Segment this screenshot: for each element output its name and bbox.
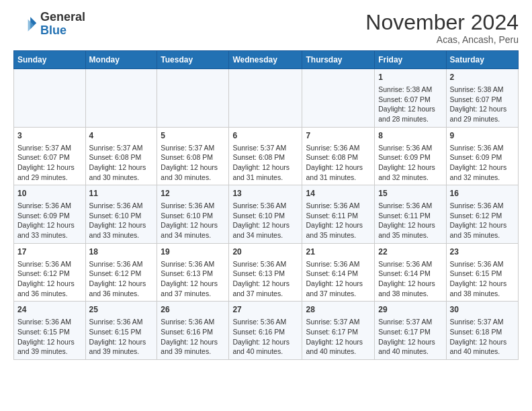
day-info-line: Sunrise: 5:37 AM (306, 317, 371, 327)
day-cell: 20Sunrise: 5:36 AMSunset: 6:13 PMDayligh… (229, 243, 302, 302)
day-info-line: Daylight: 12 hours and 28 minutes. (378, 104, 442, 124)
day-cell: 21Sunrise: 5:36 AMSunset: 6:14 PMDayligh… (302, 243, 375, 302)
day-cell (229, 69, 302, 128)
day-info-line: Daylight: 12 hours and 35 minutes. (378, 220, 442, 240)
day-number: 25 (89, 304, 154, 316)
day-info-line: Sunrise: 5:36 AM (232, 259, 298, 269)
day-info-line: Daylight: 12 hours and 40 minutes. (378, 337, 442, 357)
day-cell: 18Sunrise: 5:36 AMSunset: 6:12 PMDayligh… (85, 243, 157, 302)
day-cell: 16Sunrise: 5:36 AMSunset: 6:12 PMDayligh… (446, 185, 519, 244)
day-info-line: Sunset: 6:13 PM (232, 269, 298, 279)
day-info-line: Sunrise: 5:38 AM (378, 85, 442, 95)
month-title: November 2024 (365, 11, 519, 34)
day-info-line: Daylight: 12 hours and 37 minutes. (161, 279, 225, 298)
day-number: 26 (161, 304, 225, 316)
day-cell (85, 69, 157, 128)
day-info-line: Daylight: 12 hours and 30 minutes. (161, 163, 225, 182)
day-cell: 27Sunrise: 5:36 AMSunset: 6:16 PMDayligh… (229, 302, 302, 360)
day-info-line: Sunset: 6:13 PM (161, 269, 225, 279)
day-number: 23 (450, 246, 515, 258)
day-info-line: Sunrise: 5:36 AM (450, 143, 515, 153)
day-info-line: Sunset: 6:07 PM (378, 95, 442, 105)
day-cell: 12Sunrise: 5:36 AMSunset: 6:10 PMDayligh… (157, 185, 229, 244)
header: General Blue November 2024 Acas, Ancash,… (13, 11, 519, 45)
day-info-line: Sunset: 6:17 PM (378, 327, 442, 337)
day-info-line: Sunset: 6:10 PM (161, 211, 225, 221)
title-block: November 2024 Acas, Ancash, Peru (365, 11, 519, 45)
col-header-saturday: Saturday (446, 51, 519, 69)
day-info-line: Sunset: 6:09 PM (378, 152, 442, 163)
day-info-line: Sunrise: 5:36 AM (450, 259, 515, 269)
day-info-line: Sunrise: 5:36 AM (89, 317, 154, 327)
day-info-line: Sunrise: 5:37 AM (161, 143, 225, 153)
day-number: 2 (450, 72, 515, 83)
day-info-line: Sunrise: 5:36 AM (161, 201, 225, 211)
location: Acas, Ancash, Peru (365, 34, 519, 45)
day-info-line: Sunset: 6:11 PM (378, 211, 442, 221)
day-cell (157, 69, 229, 128)
day-number: 4 (89, 130, 154, 142)
col-header-thursday: Thursday (302, 51, 375, 69)
day-info-line: Sunset: 6:08 PM (161, 152, 225, 163)
day-number: 17 (17, 246, 82, 258)
day-info-line: Daylight: 12 hours and 38 minutes. (450, 279, 515, 298)
day-info-line: Daylight: 12 hours and 39 minutes. (17, 337, 82, 357)
day-info-line: Sunset: 6:11 PM (306, 211, 371, 221)
day-number: 7 (306, 130, 371, 142)
day-info-line: Sunset: 6:08 PM (89, 152, 154, 163)
day-cell: 15Sunrise: 5:36 AMSunset: 6:11 PMDayligh… (375, 185, 446, 244)
day-info-line: Sunset: 6:10 PM (232, 211, 298, 221)
day-info-line: Sunset: 6:12 PM (17, 269, 82, 279)
day-number: 18 (89, 246, 154, 258)
logo-line2: Blue (40, 24, 66, 37)
day-info-line: Daylight: 12 hours and 30 minutes. (89, 163, 154, 182)
day-info-line: Sunrise: 5:36 AM (378, 201, 442, 211)
day-number: 19 (161, 246, 225, 258)
day-info-line: Sunset: 6:15 PM (17, 327, 82, 337)
day-cell (302, 69, 375, 128)
day-info-line: Daylight: 12 hours and 35 minutes. (306, 220, 371, 240)
day-info-line: Sunrise: 5:36 AM (232, 317, 298, 327)
day-cell: 5Sunrise: 5:37 AMSunset: 6:08 PMDaylight… (157, 127, 229, 185)
day-info-line: Sunset: 6:08 PM (306, 152, 371, 163)
col-header-sunday: Sunday (14, 51, 86, 69)
day-info-line: Daylight: 12 hours and 32 minutes. (378, 163, 442, 182)
logo-line1: General (40, 10, 85, 24)
day-info-line: Sunrise: 5:36 AM (378, 143, 442, 153)
day-cell: 11Sunrise: 5:36 AMSunset: 6:10 PMDayligh… (85, 185, 157, 244)
day-info-line: Sunset: 6:09 PM (450, 152, 515, 163)
day-info-line: Sunrise: 5:37 AM (378, 317, 442, 327)
day-info-line: Sunset: 6:12 PM (450, 211, 515, 221)
logo: General Blue (13, 11, 85, 38)
calendar-header: SundayMondayTuesdayWednesdayThursdayFrid… (14, 51, 519, 69)
day-info-line: Sunrise: 5:36 AM (450, 201, 515, 211)
day-number: 11 (89, 188, 154, 199)
header-row: SundayMondayTuesdayWednesdayThursdayFrid… (14, 51, 519, 69)
day-cell: 7Sunrise: 5:36 AMSunset: 6:08 PMDaylight… (302, 127, 375, 185)
day-info-line: Sunrise: 5:36 AM (17, 259, 82, 269)
day-number: 22 (378, 246, 442, 258)
day-number: 28 (306, 304, 371, 316)
day-number: 10 (17, 188, 82, 199)
day-info-line: Daylight: 12 hours and 39 minutes. (161, 337, 225, 357)
day-cell: 6Sunrise: 5:37 AMSunset: 6:08 PMDaylight… (229, 127, 302, 185)
day-info-line: Sunrise: 5:36 AM (161, 259, 225, 269)
day-info-line: Sunrise: 5:36 AM (306, 259, 371, 269)
week-row-3: 10Sunrise: 5:36 AMSunset: 6:09 PMDayligh… (14, 185, 519, 244)
day-info-line: Daylight: 12 hours and 40 minutes. (306, 337, 371, 357)
day-number: 15 (378, 188, 442, 199)
week-row-2: 3Sunrise: 5:37 AMSunset: 6:07 PMDaylight… (14, 127, 519, 185)
day-info-line: Sunset: 6:15 PM (89, 327, 154, 337)
day-number: 5 (161, 130, 225, 142)
day-info-line: Sunrise: 5:36 AM (306, 143, 371, 153)
day-info-line: Sunrise: 5:36 AM (306, 201, 371, 211)
day-number: 3 (17, 130, 82, 142)
day-info-line: Sunset: 6:17 PM (306, 327, 371, 337)
day-number: 13 (232, 188, 298, 199)
day-cell: 30Sunrise: 5:37 AMSunset: 6:18 PMDayligh… (446, 302, 519, 360)
day-info-line: Sunrise: 5:37 AM (17, 143, 82, 153)
day-number: 20 (232, 246, 298, 258)
day-info-line: Daylight: 12 hours and 38 minutes. (378, 279, 442, 298)
day-number: 21 (306, 246, 371, 258)
col-header-friday: Friday (375, 51, 446, 69)
